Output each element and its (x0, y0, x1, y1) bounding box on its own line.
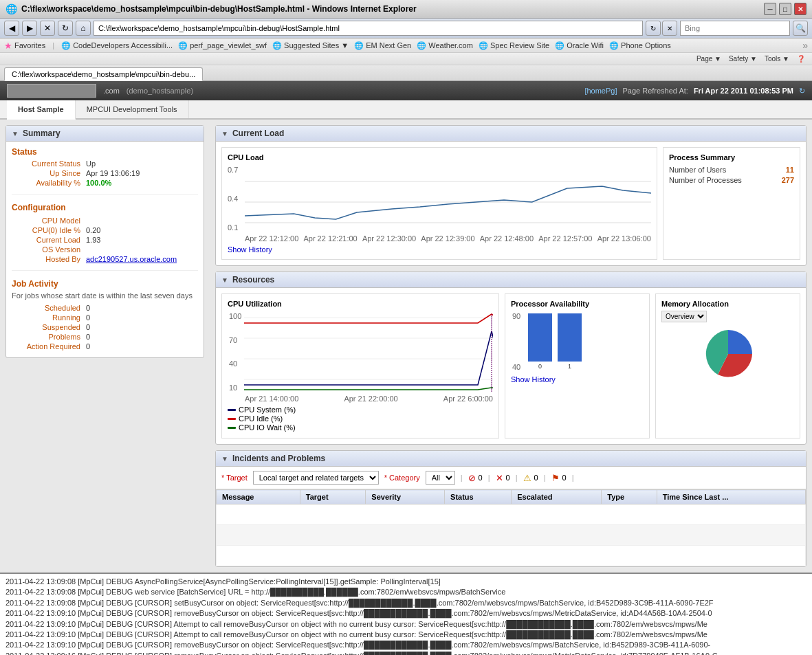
fav-em-next-gen[interactable]: 🌐 EM Next Gen (354, 41, 411, 50)
status-section-title: Status (12, 147, 198, 157)
status-upsince-row: Up Since Apr 19 13:06:19 (12, 169, 198, 177)
favorites-expand-icon[interactable]: » (802, 40, 808, 51)
error-icon: ✕ (496, 473, 503, 483)
addr-extra-buttons: ↻ ✕ (646, 21, 677, 36)
maximize-button[interactable]: □ (779, 3, 791, 15)
debug-line: 2011-04-22 13:09:08 [MpCui] DEBUG web se… (6, 587, 806, 597)
job-running-key: Running (12, 313, 80, 322)
status-current-val: Up (86, 159, 96, 168)
current-load-inner: CPU Load 0.7 0.4 0.1 (221, 147, 800, 260)
job-section-title: Job Activity (12, 279, 198, 289)
num-processes-val: 277 (782, 176, 794, 184)
memory-overview-select[interactable]: Overview (661, 311, 707, 322)
search-input[interactable] (680, 21, 790, 36)
proc-avail-chart: 90 40 0 1 (511, 311, 644, 373)
favorites-label[interactable]: ★ Favorites (4, 41, 45, 51)
current-load-body: CPU Load 0.7 0.4 0.1 (216, 142, 806, 265)
incidents-header[interactable]: ▼ Incidents and Problems (216, 451, 806, 467)
legend-cpu-system-dot (228, 409, 236, 411)
back-button[interactable]: ◀ (4, 21, 19, 36)
search-go-button[interactable]: 🔍 (793, 21, 808, 36)
current-load-toggle-icon: ▼ (221, 130, 228, 137)
y-label-01: 0.1 (228, 223, 238, 232)
fav-codedevelopers[interactable]: 🌐 CodeDevelopers Accessibili... (61, 41, 173, 50)
app-header-left: .com (demo_hostsample) (7, 84, 193, 98)
address-input[interactable] (94, 21, 643, 36)
job-suspended-key: Suspended (12, 323, 80, 331)
config-divider (12, 194, 198, 200)
ie-page-menu[interactable]: Page ▼ (694, 54, 724, 63)
fav-perf[interactable]: 🌐 perf_page_viewlet_swf (178, 41, 267, 50)
home-button[interactable]: ⌂ (76, 21, 91, 36)
main-nav-tab-hostsample-label: Host Sample (18, 105, 64, 113)
fav-oracle-wifi[interactable]: 🌐 Oracle Wifi (555, 41, 604, 50)
main-nav-tab-mpcui[interactable]: MPCUI Development Tools (76, 100, 189, 118)
summary-header[interactable]: ▼ Summary (6, 126, 204, 142)
config-section-title: Configuration (12, 203, 198, 212)
forward-button[interactable]: ▶ (22, 21, 37, 36)
cpu-legend: CPU System (%) CPU Idle (%) CPU IO Wait … (228, 406, 493, 432)
fav-suggested[interactable]: 🌐 Suggested Sites ▼ (272, 41, 349, 50)
stop-button[interactable]: ✕ (40, 21, 55, 36)
cpu-idle-val: 0.20 (86, 226, 100, 234)
legend-cpu-idle: CPU Idle (%) (228, 414, 493, 423)
refresh-addr-button[interactable]: ↻ (646, 21, 661, 36)
util-ts-0: Apr 21 14:00:00 (245, 395, 298, 403)
hosted-by-val[interactable]: adc2190527.us.oracle.com (86, 255, 177, 263)
target-filter-label: * Target (221, 474, 248, 482)
cpu-load-show-history[interactable]: Show History (228, 245, 651, 254)
main-nav-tab-hostsample[interactable]: Host Sample (7, 100, 76, 120)
fav-spec-review[interactable]: 🌐 Spec Review Site (479, 41, 549, 50)
cpu-util-chart-inner: 100 70 40 10 (228, 311, 493, 393)
proc-bar-1-label: 1 (568, 363, 571, 370)
app-header-right: [homePg] Page Refreshed At: Fri Apr 22 2… (584, 87, 805, 96)
ie-safety-menu[interactable]: Safety ▼ (726, 54, 760, 63)
header-refresh-icon[interactable]: ↻ (799, 87, 805, 96)
job-action-row: Action Required 0 (12, 342, 198, 351)
legend-cpu-system-label: CPU System (%) (239, 406, 296, 414)
job-suspended-val: 0 (86, 323, 90, 331)
current-load-header[interactable]: ▼ Current Load (216, 126, 806, 142)
status-avail-key: Availability % (12, 179, 80, 187)
num-users-row: Number of Users 11 (669, 166, 794, 174)
summary-section: ▼ Summary Status Current Status Up Up Si… (6, 125, 204, 358)
resources-section: ▼ Resources CPU Utilization 100 70 (215, 271, 806, 445)
fav-weather[interactable]: 🌐 Weather.com (417, 41, 473, 50)
incidents-empty-row (217, 504, 806, 525)
category-filter-label: * Category (384, 474, 420, 482)
pipe-sep-3: | (516, 474, 518, 482)
category-filter-select[interactable]: All (426, 471, 455, 485)
ts-5: Apr 22 12:57:00 (538, 234, 592, 243)
instance-text: (demo_hostsample) (127, 87, 193, 95)
home-page-link[interactable]: [homePg] (584, 87, 617, 95)
legend-cpu-iowait: CPU IO Wait (%) (228, 423, 493, 432)
debug-line: 2011-04-22 13:09:10 [MpCui] DEBUG [CURSO… (6, 630, 806, 640)
incident-count-critical: ⊘ 0 (468, 473, 483, 483)
browser-tab-main[interactable]: C:\flex\workspace\demo_hostsample\mpcui\… (4, 67, 203, 81)
resources-header[interactable]: ▼ Resources (216, 272, 806, 288)
refresh-button[interactable]: ↻ (58, 21, 73, 36)
y-label-07: 0.7 (228, 166, 238, 174)
stop-addr-button[interactable]: ✕ (662, 21, 677, 36)
ts-1: Apr 22 12:21:00 (303, 234, 357, 243)
minimize-button[interactable]: ─ (764, 3, 776, 15)
current-load-section: ▼ Current Load CPU Load 0.7 0.4 0.1 (215, 125, 806, 266)
proc-avail-show-history[interactable]: Show History (511, 375, 644, 384)
summary-toggle-icon: ▼ (12, 130, 19, 137)
header-timestamp: Fri Apr 22 2011 01:08:53 PM (694, 87, 793, 95)
cpu-model-row: CPU Model (12, 217, 198, 225)
debug-line: 2011-04-22 13:09:10 [MpCui] DEBUG [CURSO… (6, 608, 806, 619)
num-processes-row: Number of Processes 277 (669, 176, 794, 184)
domain-text: .com (103, 87, 120, 95)
fav-phone-options[interactable]: 🌐 Phone Options (609, 41, 671, 50)
target-filter-select[interactable]: Local target and related targets (253, 471, 379, 485)
close-button[interactable]: ✕ (794, 3, 806, 15)
incidents-filter: * Target Local target and related target… (216, 467, 806, 489)
ie-tools-menu[interactable]: Tools ▼ (762, 54, 792, 63)
incident-count-error: ✕ 0 (496, 473, 510, 483)
summary-body: Status Current Status Up Up Since Apr 19… (6, 142, 204, 357)
pie-container (661, 326, 794, 381)
proc-bar-0-wrap: 0 (528, 313, 552, 370)
cpu-util-chart: 100 70 40 10 (228, 311, 493, 393)
ie-help-button[interactable]: ❓ (794, 54, 808, 63)
